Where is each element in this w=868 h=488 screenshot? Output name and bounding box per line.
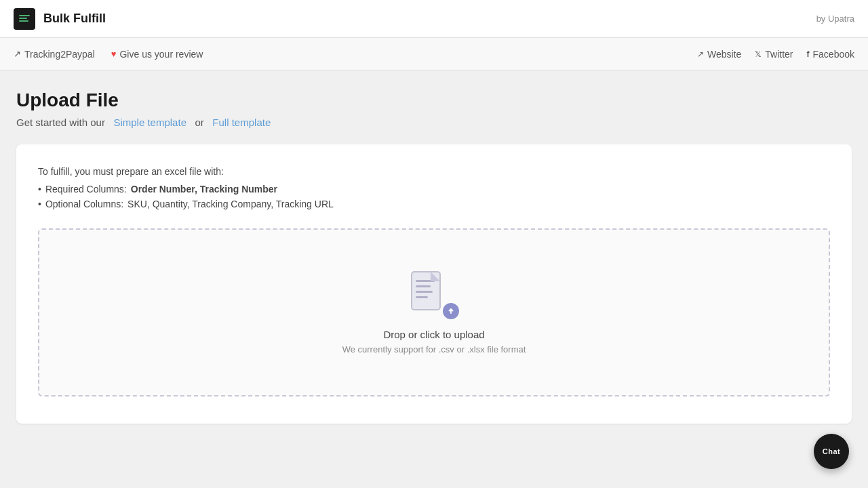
review-label: Give us your review xyxy=(119,49,203,60)
website-label: Website xyxy=(707,49,741,60)
file-drop-zone[interactable]: Drop or click to upload We currently sup… xyxy=(38,228,830,396)
twitter-label: Twitter xyxy=(765,49,793,60)
facebook-link[interactable]: f Facebook xyxy=(807,49,854,60)
facebook-label: Facebook xyxy=(813,49,854,60)
drop-zone-title: Drop or click to upload xyxy=(383,329,484,340)
svg-rect-7 xyxy=(416,296,428,298)
app-by: by Upatra xyxy=(816,14,854,24)
facebook-icon: f xyxy=(807,49,810,59)
upload-icon-container xyxy=(410,270,458,318)
twitter-icon: 𝕏 xyxy=(755,49,762,59)
website-link[interactable]: ↗ Website xyxy=(697,49,741,60)
external-link-icon-2: ↗ xyxy=(697,49,704,59)
top-nav-left: Bulk Fulfill xyxy=(14,8,106,30)
tracking2paypal-link[interactable]: ↗ Tracking2Paypal xyxy=(14,49,95,60)
twitter-link[interactable]: 𝕏 Twitter xyxy=(755,49,793,60)
sub-nav-right: ↗ Website 𝕏 Twitter f Facebook xyxy=(697,49,854,60)
svg-rect-2 xyxy=(19,20,28,22)
instructions-intro: To fulfill, you must prepare an excel fi… xyxy=(38,166,830,177)
page-subtitle: Get started with our Simple template or … xyxy=(16,117,852,128)
required-columns-value: Order Number, Tracking Number xyxy=(131,184,277,195)
upload-arrow-icon xyxy=(443,303,459,319)
upload-card: To fulfill, you must prepare an excel fi… xyxy=(16,144,852,424)
drop-zone-subtitle: We currently support for .csv or .xlsx f… xyxy=(342,344,526,354)
instructions: To fulfill, you must prepare an excel fi… xyxy=(38,166,830,209)
optional-columns-item: Optional Columns: SKU, Quantity, Trackin… xyxy=(38,199,830,209)
chat-button[interactable]: Chat xyxy=(814,434,849,469)
tracking2paypal-label: Tracking2Paypal xyxy=(24,49,95,60)
optional-columns-value: SKU, Quantity, Tracking Company, Trackin… xyxy=(127,199,334,209)
required-columns-prefix: Required Columns: xyxy=(45,184,127,195)
page-title: Upload File xyxy=(16,89,852,111)
svg-rect-6 xyxy=(416,291,433,293)
instructions-list: Required Columns: Order Number, Tracking… xyxy=(38,184,830,209)
review-link[interactable]: ♥ Give us your review xyxy=(111,49,203,60)
svg-rect-0 xyxy=(19,15,30,16)
main-content: Upload File Get started with our Simple … xyxy=(0,70,868,443)
optional-columns-prefix: Optional Columns: xyxy=(45,199,123,209)
sub-nav: ↗ Tracking2Paypal ♥ Give us your review … xyxy=(0,38,868,70)
subtitle-or: or xyxy=(195,117,204,128)
app-logo xyxy=(14,8,35,30)
svg-rect-5 xyxy=(416,285,431,287)
simple-template-link[interactable]: Simple template xyxy=(113,117,186,128)
svg-rect-1 xyxy=(19,18,27,19)
full-template-link[interactable]: Full template xyxy=(212,117,271,128)
required-columns-item: Required Columns: Order Number, Tracking… xyxy=(38,184,830,195)
heart-icon: ♥ xyxy=(111,49,117,59)
chat-label: Chat xyxy=(823,447,840,455)
subtitle-prefix: Get started with our xyxy=(16,117,105,128)
sub-nav-left: ↗ Tracking2Paypal ♥ Give us your review xyxy=(14,49,203,60)
file-icon xyxy=(410,270,448,314)
external-link-icon: ↗ xyxy=(14,49,21,59)
top-nav: Bulk Fulfill by Upatra xyxy=(0,0,868,38)
app-title: Bulk Fulfill xyxy=(43,12,106,26)
